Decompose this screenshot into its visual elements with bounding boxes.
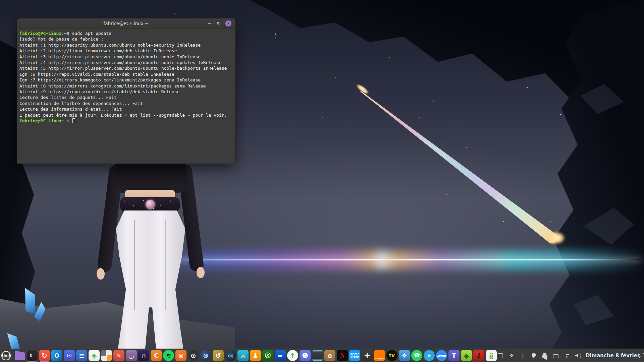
mint-menu-button[interactable]: lm <box>1 350 11 362</box>
launcher-minetest[interactable]: ◆ <box>460 349 473 362</box>
launcher-protonup-qt[interactable]: ↑ <box>286 349 299 362</box>
close-button[interactable]: ✕ <box>225 20 231 26</box>
text-document-app-icon: ≡ <box>76 350 87 361</box>
terminal-line: Lecture des listes de paquets... Fait <box>19 95 233 100</box>
minetest-icon: ◆ <box>461 350 472 361</box>
figure-black-top <box>115 162 186 193</box>
shield-icon[interactable] <box>531 353 537 359</box>
audacity-icon: ∩ <box>138 350 149 361</box>
launcher-outlook[interactable]: O <box>51 349 63 362</box>
maximize-button[interactable] <box>217 22 220 25</box>
dropbox-icon[interactable]: ❖ <box>508 353 515 359</box>
launcher-layers-stack-app[interactable]: ◈ <box>88 349 100 362</box>
terminal-line: Atteint :3 http://mirror.plusserver.com/… <box>19 54 233 60</box>
launcher-gimp[interactable]: ✎ <box>113 349 125 362</box>
launcher-prime-video[interactable]: primevideo <box>348 349 361 362</box>
launcher-cloud-gaming-blue-app[interactable]: ≈ <box>274 349 286 362</box>
launcher-steam[interactable]: ◎ <box>224 349 237 362</box>
launcher-xbox-cloud-gaming[interactable]: ⓧ <box>262 349 274 362</box>
wallpaper-comet-tip <box>547 231 566 245</box>
terminal-line: Atteint :4 http://mirror.plusserver.com/… <box>19 60 233 65</box>
volume-icon[interactable] <box>575 353 581 359</box>
mint-logo-icon: lm <box>1 351 11 360</box>
figure-belt <box>120 197 180 212</box>
calculator-icon: + <box>101 350 112 361</box>
spotify-icon: ≋ <box>163 350 174 361</box>
red-gothic-app-icon: I <box>473 350 484 361</box>
terminal-line: Ign :6 https://repo.vivaldi.com/stable/d… <box>19 71 233 77</box>
launcher-gold-sync-app[interactable]: ↺ <box>212 349 224 362</box>
terminal-line: Atteint :9 https://repo.vivaldi.com/stab… <box>19 89 233 95</box>
terminal-line: Atteint :2 https://linux.teamviewer.com/… <box>19 48 233 54</box>
minimize-button[interactable]: − <box>207 22 211 25</box>
terminal-window[interactable]: fabrice@PC-Linux:~ − ✕ fabrice@PC-Linux:… <box>17 18 235 164</box>
display-icon[interactable] <box>553 353 559 359</box>
launcher-joystick-app[interactable]: ♟ <box>249 349 262 362</box>
file-manager-icon <box>15 352 25 360</box>
launcher-plus-app[interactable]: + <box>361 349 373 362</box>
terminal-line: Construction de l'arbre des dépendances.… <box>19 101 233 106</box>
launcher-e-network-app[interactable]: e <box>324 349 336 362</box>
clock[interactable]: Dimanche 8 février, 12:40:15 <box>584 353 644 359</box>
terminal-line: fabrice@PC-Linux:~$ sudo apt update <box>19 31 233 36</box>
wallpaper-woman-figure <box>77 158 211 362</box>
trash-icon[interactable] <box>497 353 503 359</box>
xbox-cloud-gaming-icon: ⓧ <box>262 350 273 361</box>
launcher-netflix[interactable]: N <box>336 349 348 362</box>
launcher-obs-studio[interactable]: ⊙ <box>187 349 200 362</box>
terminal-line: 1 paquet peut être mis à jour. Exécutez … <box>19 112 233 118</box>
bluetooth-icon[interactable]: ᛒ <box>520 353 526 359</box>
terminal-line: Lecture des informations d'état... Fait <box>19 106 233 112</box>
launcher-purple-grin-app[interactable]: ◡ <box>125 349 138 362</box>
terminal-titlebar[interactable]: fabrice@PC-Linux:~ − ✕ <box>17 18 235 29</box>
prime-video-icon: primevideo <box>349 350 360 361</box>
gold-sync-app-icon: ↺ <box>213 350 224 361</box>
pinwheel-media-app-icon: ❖ <box>399 350 410 361</box>
launcher-audacity[interactable]: ∩ <box>138 349 150 362</box>
figure-hand <box>97 268 105 280</box>
printer-icon[interactable] <box>542 353 548 359</box>
launcher-whatsapp[interactable]: ☎ <box>411 349 423 362</box>
launcher-refresh-orange-app[interactable]: ↻ <box>38 349 51 362</box>
taskbar[interactable]: lm $_↻O✉≡◈+✎◡∩C≋◉⊙⊛↺◎⚔♟ⓧ≈↑☻eNprimevideo+… <box>0 349 644 362</box>
figure-belt-buckle <box>146 200 155 209</box>
gimp-icon: ✎ <box>113 350 124 361</box>
wallpaper-stars <box>134 7 135 7</box>
launcher-tv-app[interactable]: tv <box>386 349 398 362</box>
terminal-line: Atteint :1 http://security.ubuntu.com/ub… <box>19 42 233 48</box>
launcher-discord[interactable]: ☻ <box>299 349 311 362</box>
launcher-terminal[interactable]: $_ <box>26 349 38 362</box>
launcher-pinwheel-media-app[interactable]: ❖ <box>398 349 411 362</box>
launcher-telegram[interactable]: ➤ <box>423 349 435 362</box>
launcher-openshot[interactable]: ⊛ <box>200 349 212 362</box>
launcher-spotify[interactable]: ≋ <box>162 349 175 362</box>
figure-white-pants <box>109 210 192 362</box>
terminal-line: Atteint :8 https://mirrors.komogoto.com/… <box>19 83 233 89</box>
orange-telecom-icon: orange <box>374 350 385 361</box>
launcher-text-document-app[interactable]: ≡ <box>75 349 88 362</box>
launcher-cyan-lines-terminal-app[interactable] <box>311 349 324 362</box>
launcher-calculator[interactable]: + <box>100 349 113 362</box>
protonup-qt-icon: ↑ <box>287 350 298 361</box>
figure-hand <box>197 267 205 278</box>
launcher-heroic-games-launcher[interactable]: ⚔ <box>237 349 249 362</box>
terminal-line: fabrice@PC-Linux:~$ <box>19 118 233 124</box>
screen-recorder-app-icon: ◉ <box>175 350 186 361</box>
netflix-icon: N <box>337 350 348 361</box>
plus-app-icon: + <box>362 350 373 361</box>
launcher-zoom[interactable]: zoom <box>435 349 448 362</box>
launcher-mail-client[interactable]: ✉ <box>63 349 75 362</box>
zoom-icon: zoom <box>436 350 447 361</box>
mail-client-icon: ✉ <box>64 350 75 361</box>
launcher-red-gothic-app[interactable]: I <box>473 349 485 362</box>
launcher-app-grid[interactable]: ⣿ <box>485 349 497 362</box>
launcher-clementine[interactable]: C <box>150 349 162 362</box>
wifi-icon[interactable] <box>564 353 570 359</box>
clementine-icon: C <box>151 350 162 361</box>
launcher-screen-recorder-app[interactable]: ◉ <box>175 349 187 362</box>
launcher-file-manager[interactable] <box>13 349 26 362</box>
terminal-output[interactable]: fabrice@PC-Linux:~$ sudo apt update[sudo… <box>17 29 235 164</box>
desktop[interactable]: fabrice@PC-Linux:~ − ✕ fabrice@PC-Linux:… <box>0 0 644 362</box>
launcher-orange-telecom[interactable]: orange <box>373 349 386 362</box>
launcher-tlauncher[interactable]: T <box>448 349 460 362</box>
